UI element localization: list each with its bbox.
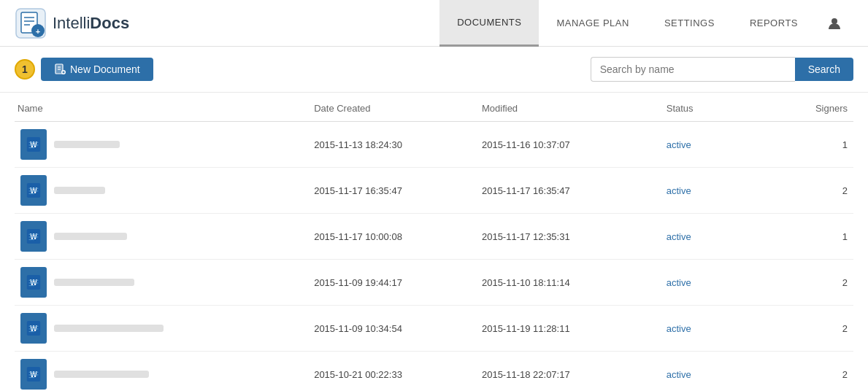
doc-cell: W xyxy=(20,175,302,206)
table-row[interactable]: W 2015-11-17 10:00:082015-11-17 12:35:31… xyxy=(15,214,853,260)
documents-table: Name Date Created Modified Status Signer… xyxy=(15,93,853,391)
nav-reports[interactable]: REPORTS xyxy=(732,0,815,47)
user-icon xyxy=(827,16,842,31)
status-badge[interactable]: active xyxy=(667,185,691,196)
date-created-cell: 2015-11-13 18:24:30 xyxy=(308,122,476,168)
signers-cell: 2 xyxy=(761,168,853,214)
logo-area: + IntelliDocs xyxy=(15,7,439,39)
doc-icon: W xyxy=(20,221,47,252)
date-created-cell: 2015-10-21 00:22:33 xyxy=(308,352,476,392)
step-badge: 1 xyxy=(15,59,35,80)
status-badge[interactable]: active xyxy=(667,277,691,288)
col-header-signers: Signers xyxy=(761,93,853,122)
table-row[interactable]: W 2015-10-21 00:22:332015-11-18 22:07:17… xyxy=(15,352,853,392)
col-header-status: Status xyxy=(661,93,761,122)
modified-cell: 2015-11-18 22:07:17 xyxy=(476,352,661,392)
signers-cell: 2 xyxy=(761,352,853,392)
signers-cell: 1 xyxy=(761,122,853,168)
doc-cell: W xyxy=(20,359,302,390)
svg-text:W: W xyxy=(30,141,37,149)
logo-icon: + xyxy=(15,7,47,39)
signers-cell: 2 xyxy=(761,306,853,352)
doc-name-placeholder xyxy=(54,233,127,240)
search-button[interactable]: Search xyxy=(795,58,853,81)
documents-table-container: Name Date Created Modified Status Signer… xyxy=(0,93,868,391)
nav-settings[interactable]: SETTINGS xyxy=(647,0,732,47)
search-input[interactable] xyxy=(591,57,795,82)
status-cell[interactable]: active xyxy=(661,214,761,260)
doc-icon: W xyxy=(20,175,47,206)
new-document-icon xyxy=(54,63,66,75)
status-badge[interactable]: active xyxy=(667,139,691,150)
date-created-cell: 2015-11-17 10:00:08 xyxy=(308,214,476,260)
table-row[interactable]: W 2015-11-09 10:34:542015-11-19 11:28:11… xyxy=(15,306,853,352)
doc-name-placeholder xyxy=(54,325,164,332)
svg-text:+: + xyxy=(36,26,40,35)
user-menu-button[interactable] xyxy=(815,0,853,47)
doc-icon: W xyxy=(20,313,47,344)
header: + IntelliDocs DOCUMENTS MANAGE PLAN SETT… xyxy=(0,0,868,47)
doc-name-placeholder xyxy=(54,187,105,194)
svg-point-7 xyxy=(831,18,837,24)
svg-text:W: W xyxy=(30,371,37,379)
word-icon: W xyxy=(26,228,42,244)
doc-cell: W xyxy=(20,267,302,298)
logo-text: IntelliDocs xyxy=(53,14,129,33)
new-document-label: New Document xyxy=(70,63,140,75)
nav-documents[interactable]: DOCUMENTS xyxy=(439,0,539,47)
table-row[interactable]: W 2015-11-17 16:35:472015-11-17 16:35:47… xyxy=(15,168,853,214)
status-badge[interactable]: active xyxy=(667,369,691,380)
doc-cell: W xyxy=(20,221,302,252)
signers-cell: 1 xyxy=(761,214,853,260)
doc-icon: W xyxy=(20,129,47,160)
table-row[interactable]: W 2015-11-13 18:24:302015-11-16 10:37:07… xyxy=(15,122,853,168)
modified-cell: 2015-11-17 12:35:31 xyxy=(476,214,661,260)
svg-text:W: W xyxy=(30,279,37,287)
modified-cell: 2015-11-16 10:37:07 xyxy=(476,122,661,168)
doc-cell: W xyxy=(20,129,302,160)
word-icon: W xyxy=(26,366,42,382)
status-badge[interactable]: active xyxy=(667,323,691,334)
modified-cell: 2015-11-19 11:28:11 xyxy=(476,306,661,352)
word-icon: W xyxy=(26,320,42,336)
doc-icon: W xyxy=(20,267,47,298)
signers-cell: 2 xyxy=(761,260,853,306)
toolbar: 1 New Document Search xyxy=(0,47,868,93)
modified-cell: 2015-11-10 18:11:14 xyxy=(476,260,661,306)
nav-manage-plan[interactable]: MANAGE PLAN xyxy=(539,0,646,47)
word-icon: W xyxy=(26,274,42,290)
svg-text:W: W xyxy=(30,187,37,195)
status-cell[interactable]: active xyxy=(661,122,761,168)
svg-text:W: W xyxy=(30,325,37,333)
date-created-cell: 2015-11-09 10:34:54 xyxy=(308,306,476,352)
col-header-modified: Modified xyxy=(476,93,661,122)
status-cell[interactable]: active xyxy=(661,306,761,352)
main-nav: DOCUMENTS MANAGE PLAN SETTINGS REPORTS xyxy=(439,0,853,47)
doc-name-placeholder xyxy=(54,371,149,378)
status-badge[interactable]: active xyxy=(667,231,691,242)
doc-icon: W xyxy=(20,359,47,390)
doc-cell: W xyxy=(20,313,302,344)
search-area: Search xyxy=(591,57,853,82)
status-cell[interactable]: active xyxy=(661,168,761,214)
svg-text:W: W xyxy=(30,233,37,241)
col-header-date-created: Date Created xyxy=(308,93,476,122)
word-icon: W xyxy=(26,182,42,198)
date-created-cell: 2015-11-09 19:44:17 xyxy=(308,260,476,306)
new-document-button[interactable]: New Document xyxy=(41,58,153,81)
table-header-row: Name Date Created Modified Status Signer… xyxy=(15,93,853,122)
modified-cell: 2015-11-17 16:35:47 xyxy=(476,168,661,214)
doc-name-placeholder xyxy=(54,141,120,148)
status-cell[interactable]: active xyxy=(661,260,761,306)
date-created-cell: 2015-11-17 16:35:47 xyxy=(308,168,476,214)
doc-name-placeholder xyxy=(54,279,134,286)
col-header-name: Name xyxy=(15,93,308,122)
table-row[interactable]: W 2015-11-09 19:44:172015-11-10 18:11:14… xyxy=(15,260,853,306)
word-icon: W xyxy=(26,136,42,152)
status-cell[interactable]: active xyxy=(661,352,761,392)
